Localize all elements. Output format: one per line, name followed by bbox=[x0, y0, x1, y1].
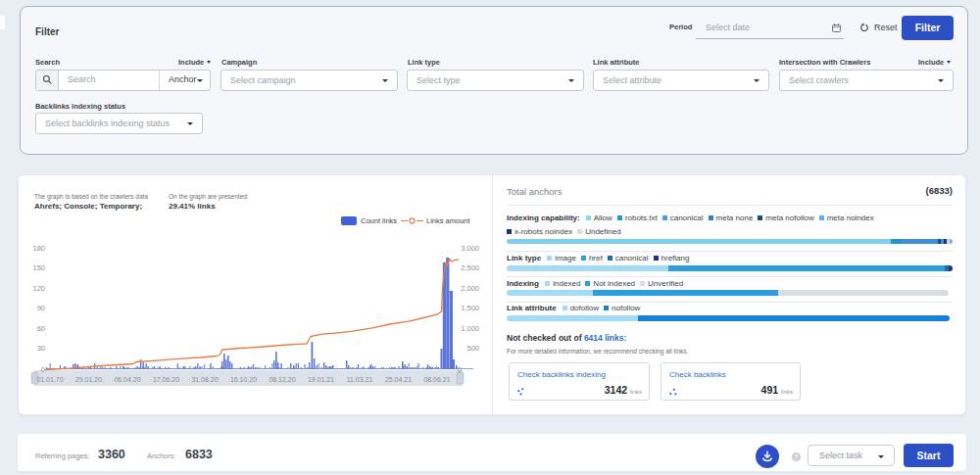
svg-text:0: 0 bbox=[41, 365, 45, 374]
svg-text:08.12.20: 08.12.20 bbox=[269, 376, 295, 383]
svg-text:25.04.21: 25.04.21 bbox=[385, 376, 412, 383]
svg-text:08.06.21: 08.06.21 bbox=[423, 376, 450, 383]
svg-text:29.01.20: 29.01.20 bbox=[75, 376, 102, 383]
svg-text:31.08.20: 31.08.20 bbox=[191, 376, 218, 383]
svg-text:16.10.20: 16.10.20 bbox=[230, 376, 257, 383]
svg-text:0: 0 bbox=[458, 365, 462, 374]
svg-text:17.06.20: 17.06.20 bbox=[153, 376, 179, 383]
svg-text:180: 180 bbox=[32, 244, 45, 253]
svg-text:2,000: 2,000 bbox=[461, 284, 479, 293]
svg-text:500: 500 bbox=[466, 344, 479, 353]
svg-text:1,500: 1,500 bbox=[461, 304, 479, 312]
svg-text:01.01.70: 01.01.70 bbox=[36, 376, 63, 383]
svg-text:150: 150 bbox=[32, 263, 45, 272]
svg-text:60: 60 bbox=[37, 324, 45, 333]
svg-text:2,500: 2,500 bbox=[461, 263, 479, 272]
svg-text:3,000: 3,000 bbox=[461, 244, 479, 253]
svg-text:30: 30 bbox=[37, 344, 45, 353]
svg-text:19.01.21: 19.01.21 bbox=[308, 376, 334, 383]
svg-text:06.04.20: 06.04.20 bbox=[114, 376, 140, 383]
svg-text:120: 120 bbox=[32, 284, 45, 293]
svg-text:90: 90 bbox=[37, 304, 45, 312]
svg-text:1,000: 1,000 bbox=[461, 324, 479, 333]
svg-text:11.03.21: 11.03.21 bbox=[347, 376, 373, 383]
